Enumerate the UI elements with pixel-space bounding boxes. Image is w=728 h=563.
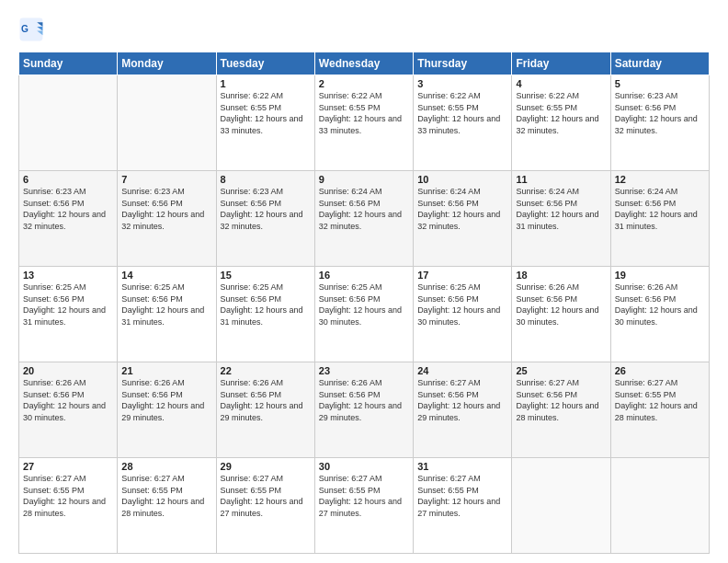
weekday-header-monday: Monday <box>118 52 216 75</box>
day-info: Sunrise: 6:27 AMSunset: 6:55 PMDaylight:… <box>615 377 705 423</box>
weekday-header-saturday: Saturday <box>610 52 709 75</box>
weekday-header-tuesday: Tuesday <box>216 52 314 75</box>
calendar-cell: 31Sunrise: 6:27 AMSunset: 6:55 PMDayligh… <box>414 458 512 554</box>
day-info: Sunrise: 6:25 AMSunset: 6:56 PMDaylight:… <box>417 282 507 327</box>
calendar-cell: 6Sunrise: 6:23 AMSunset: 6:56 PMDaylight… <box>19 171 118 267</box>
day-info: Sunrise: 6:27 AMSunset: 6:55 PMDaylight:… <box>417 473 507 519</box>
calendar-cell: 26Sunrise: 6:27 AMSunset: 6:55 PMDayligh… <box>610 362 709 458</box>
day-number: 11 <box>516 174 606 185</box>
day-number: 30 <box>319 461 409 472</box>
day-number: 21 <box>121 365 211 376</box>
calendar-cell: 19Sunrise: 6:26 AMSunset: 6:56 PMDayligh… <box>610 267 709 362</box>
day-info: Sunrise: 6:26 AMSunset: 6:56 PMDaylight:… <box>319 377 409 423</box>
calendar-week-row: 20Sunrise: 6:26 AMSunset: 6:56 PMDayligh… <box>19 362 710 458</box>
day-info: Sunrise: 6:27 AMSunset: 6:56 PMDaylight:… <box>417 377 507 423</box>
calendar-cell: 1Sunrise: 6:22 AMSunset: 6:55 PMDaylight… <box>216 75 314 171</box>
day-number: 31 <box>417 461 507 472</box>
day-number: 12 <box>615 174 705 185</box>
calendar-cell <box>512 458 610 554</box>
day-number: 24 <box>417 365 507 376</box>
calendar-cell: 7Sunrise: 6:23 AMSunset: 6:56 PMDaylight… <box>118 171 216 267</box>
weekday-header-sunday: Sunday <box>19 52 118 75</box>
calendar-cell <box>19 75 118 171</box>
calendar-cell: 21Sunrise: 6:26 AMSunset: 6:56 PMDayligh… <box>118 362 216 458</box>
day-number: 22 <box>221 365 311 376</box>
day-info: Sunrise: 6:22 AMSunset: 6:55 PMDaylight:… <box>319 90 409 136</box>
day-number: 25 <box>516 365 606 376</box>
calendar-cell: 13Sunrise: 6:25 AMSunset: 6:56 PMDayligh… <box>19 267 118 362</box>
day-number: 28 <box>121 461 211 472</box>
calendar-cell: 24Sunrise: 6:27 AMSunset: 6:56 PMDayligh… <box>414 362 512 458</box>
day-info: Sunrise: 6:25 AMSunset: 6:56 PMDaylight:… <box>121 282 211 327</box>
day-info: Sunrise: 6:25 AMSunset: 6:56 PMDaylight:… <box>23 282 113 327</box>
day-info: Sunrise: 6:22 AMSunset: 6:55 PMDaylight:… <box>221 90 311 136</box>
weekday-header-friday: Friday <box>512 52 610 75</box>
day-info: Sunrise: 6:26 AMSunset: 6:56 PMDaylight:… <box>221 377 311 423</box>
day-number: 13 <box>23 270 113 281</box>
calendar-header-row: SundayMondayTuesdayWednesdayThursdayFrid… <box>19 52 710 75</box>
day-number: 9 <box>319 174 409 185</box>
day-info: Sunrise: 6:22 AMSunset: 6:55 PMDaylight:… <box>417 90 507 136</box>
day-info: Sunrise: 6:26 AMSunset: 6:56 PMDaylight:… <box>23 377 113 423</box>
day-number: 6 <box>23 174 113 185</box>
calendar-week-row: 6Sunrise: 6:23 AMSunset: 6:56 PMDaylight… <box>19 171 710 267</box>
weekday-header-wednesday: Wednesday <box>314 52 413 75</box>
day-number: 3 <box>417 78 507 89</box>
day-number: 1 <box>221 78 311 89</box>
day-number: 29 <box>221 461 311 472</box>
day-info: Sunrise: 6:27 AMSunset: 6:55 PMDaylight:… <box>221 473 311 519</box>
calendar-cell: 18Sunrise: 6:26 AMSunset: 6:56 PMDayligh… <box>512 267 610 362</box>
calendar-cell: 23Sunrise: 6:26 AMSunset: 6:56 PMDayligh… <box>314 362 413 458</box>
calendar-week-row: 27Sunrise: 6:27 AMSunset: 6:55 PMDayligh… <box>19 458 710 554</box>
day-number: 18 <box>516 270 606 281</box>
calendar-cell: 20Sunrise: 6:26 AMSunset: 6:56 PMDayligh… <box>19 362 118 458</box>
calendar-cell: 22Sunrise: 6:26 AMSunset: 6:56 PMDayligh… <box>216 362 314 458</box>
day-info: Sunrise: 6:23 AMSunset: 6:56 PMDaylight:… <box>615 90 705 136</box>
day-info: Sunrise: 6:23 AMSunset: 6:56 PMDaylight:… <box>23 186 113 232</box>
day-number: 5 <box>615 78 705 89</box>
calendar-page: G SundayMondayTuesdayWednesdayThursdayFr… <box>0 0 728 563</box>
calendar-cell: 14Sunrise: 6:25 AMSunset: 6:56 PMDayligh… <box>118 267 216 362</box>
calendar-cell: 3Sunrise: 6:22 AMSunset: 6:55 PMDaylight… <box>414 75 512 171</box>
calendar-cell <box>610 458 709 554</box>
day-info: Sunrise: 6:24 AMSunset: 6:56 PMDaylight:… <box>417 186 507 232</box>
day-info: Sunrise: 6:24 AMSunset: 6:56 PMDaylight:… <box>516 186 606 232</box>
day-number: 2 <box>319 78 409 89</box>
calendar-cell: 30Sunrise: 6:27 AMSunset: 6:55 PMDayligh… <box>314 458 413 554</box>
calendar-cell: 2Sunrise: 6:22 AMSunset: 6:55 PMDaylight… <box>314 75 413 171</box>
calendar-week-row: 1Sunrise: 6:22 AMSunset: 6:55 PMDaylight… <box>19 75 710 171</box>
calendar-cell: 9Sunrise: 6:24 AMSunset: 6:56 PMDaylight… <box>314 171 413 267</box>
calendar-cell: 27Sunrise: 6:27 AMSunset: 6:55 PMDayligh… <box>19 458 118 554</box>
day-info: Sunrise: 6:23 AMSunset: 6:56 PMDaylight:… <box>221 186 311 232</box>
calendar-cell <box>118 75 216 171</box>
day-number: 16 <box>319 270 409 281</box>
day-info: Sunrise: 6:27 AMSunset: 6:55 PMDaylight:… <box>319 473 409 519</box>
day-number: 20 <box>23 365 113 376</box>
day-number: 7 <box>121 174 211 185</box>
day-number: 23 <box>319 365 409 376</box>
calendar-cell: 15Sunrise: 6:25 AMSunset: 6:56 PMDayligh… <box>216 267 314 362</box>
calendar-cell: 16Sunrise: 6:25 AMSunset: 6:56 PMDayligh… <box>314 267 413 362</box>
calendar-cell: 29Sunrise: 6:27 AMSunset: 6:55 PMDayligh… <box>216 458 314 554</box>
calendar-cell: 28Sunrise: 6:27 AMSunset: 6:55 PMDayligh… <box>118 458 216 554</box>
day-info: Sunrise: 6:22 AMSunset: 6:55 PMDaylight:… <box>516 90 606 136</box>
day-number: 8 <box>221 174 311 185</box>
calendar-cell: 17Sunrise: 6:25 AMSunset: 6:56 PMDayligh… <box>414 267 512 362</box>
calendar-table: SundayMondayTuesdayWednesdayThursdayFrid… <box>18 52 710 554</box>
day-info: Sunrise: 6:26 AMSunset: 6:56 PMDaylight:… <box>121 377 211 423</box>
day-info: Sunrise: 6:26 AMSunset: 6:56 PMDaylight:… <box>615 282 705 327</box>
day-number: 26 <box>615 365 705 376</box>
day-info: Sunrise: 6:27 AMSunset: 6:56 PMDaylight:… <box>516 377 606 423</box>
day-number: 19 <box>615 270 705 281</box>
day-number: 15 <box>221 270 311 281</box>
logo: G <box>18 17 46 42</box>
logo-icon: G <box>18 17 44 42</box>
day-number: 14 <box>121 270 211 281</box>
calendar-cell: 10Sunrise: 6:24 AMSunset: 6:56 PMDayligh… <box>414 171 512 267</box>
day-info: Sunrise: 6:27 AMSunset: 6:55 PMDaylight:… <box>23 473 113 519</box>
calendar-cell: 12Sunrise: 6:24 AMSunset: 6:56 PMDayligh… <box>610 171 709 267</box>
day-number: 27 <box>23 461 113 472</box>
day-info: Sunrise: 6:25 AMSunset: 6:56 PMDaylight:… <box>319 282 409 327</box>
page-header: G <box>18 17 710 42</box>
day-info: Sunrise: 6:24 AMSunset: 6:56 PMDaylight:… <box>615 186 705 232</box>
